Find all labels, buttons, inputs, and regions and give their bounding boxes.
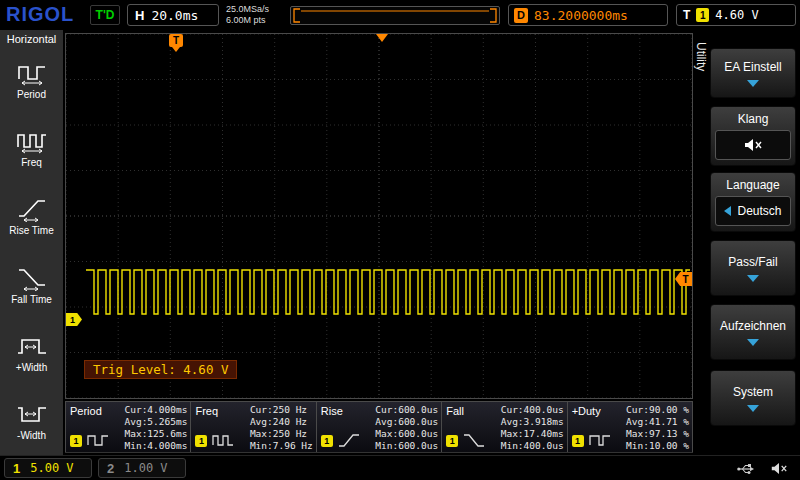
horizontal-scale-readout: H 20.0ms xyxy=(127,4,219,26)
preview-waveform-icon xyxy=(291,7,499,24)
trigger-position-flag: T xyxy=(169,34,183,47)
sidebar-item-label: Freq xyxy=(21,157,42,168)
fall-edge-icon xyxy=(462,433,486,448)
measurement-panel-freq: Freq 1 Cur:250 Hz Avg:240 Hz Max:250 Hz … xyxy=(191,402,316,452)
measurement-name: Freq xyxy=(195,405,218,417)
measurement-name: +Duty xyxy=(572,405,601,417)
channel1-waveform xyxy=(66,34,692,398)
measurement-min: Min:600.0us xyxy=(375,440,438,452)
measurement-max: Max:250 Hz xyxy=(250,428,313,440)
plus-width-icon xyxy=(16,333,48,359)
sidebar-item-label: +Width xyxy=(16,362,47,373)
delay-badge: D xyxy=(514,8,528,23)
measure-menu: Horizontal Period Freq Rise Time xyxy=(0,30,63,455)
measurement-name: Rise xyxy=(321,405,343,417)
measurement-cur: Cur:600.0us xyxy=(375,404,438,416)
channel2-scale: 1.00 V xyxy=(124,461,167,475)
measurement-values: Cur:600.0us Avg:600.0us Max:600.0us Min:… xyxy=(375,404,438,452)
chevron-left-icon xyxy=(724,206,731,216)
measurement-cur: Cur:400.0us xyxy=(501,404,564,416)
speaker-icon xyxy=(770,461,788,476)
chevron-down-icon xyxy=(747,339,759,346)
graticule: T T 1 Trig Level: 4.60 V xyxy=(65,33,693,399)
softkey-label: Klang xyxy=(738,112,769,126)
speaker-muted-icon xyxy=(743,137,763,153)
softkey-value-box xyxy=(715,130,791,160)
softkey-value-box: Deutsch xyxy=(715,196,791,226)
measurement-panel-duty: +Duty 1 Cur:90.00 % Avg:41.71 % Max:97.1… xyxy=(568,402,693,452)
square-wave-icon xyxy=(211,433,235,448)
right-menu-title: Utility xyxy=(694,42,708,71)
measurement-source: 1 xyxy=(70,433,110,448)
chevron-down-icon xyxy=(747,80,759,87)
softkey-ea-einstell[interactable]: EA Einstell xyxy=(710,48,796,98)
sidebar-item-rise-time[interactable]: Rise Time xyxy=(0,182,63,250)
measurement-values: Cur:400.0us Avg:3.918ms Max:17.40ms Min:… xyxy=(501,404,564,452)
memory-depth: 6.00M pts xyxy=(226,15,269,26)
softkey-aufzeichnen[interactable]: Aufzeichnen xyxy=(710,304,796,360)
sidebar-item-fall-time[interactable]: Fall Time xyxy=(0,251,63,319)
trigger-status-badge: T'D xyxy=(90,5,120,25)
measurement-cur: Cur:4.000ms xyxy=(124,404,187,416)
trigger-label: T xyxy=(683,8,690,22)
period-icon xyxy=(16,60,48,86)
measurement-name: Fall xyxy=(446,405,464,417)
fall-time-icon xyxy=(16,265,48,291)
softkey-value: Deutsch xyxy=(737,204,781,218)
trigger-readout: T 1 4.60 V xyxy=(676,4,796,26)
channel2-number: 2 xyxy=(107,461,114,476)
channel1-badge: 1 xyxy=(70,435,82,447)
measurement-panel-rise: Rise 1 Cur:600.0us Avg:600.0us Max:600.0… xyxy=(317,402,442,452)
channel-status-bar: 1 5.00 V 2 1.00 V xyxy=(0,455,800,480)
measurement-avg: Avg:600.0us xyxy=(375,416,438,428)
measurement-min: Min:400.0us xyxy=(501,440,564,452)
measurement-min: Min:4.000ms xyxy=(124,440,187,452)
measurement-cur: Cur:90.00 % xyxy=(626,404,689,416)
sidebar-item-label: -Width xyxy=(17,430,46,441)
sidebar-item-label: Period xyxy=(17,89,46,100)
sidebar-item-label: Fall Time xyxy=(11,294,52,305)
measurement-max: Max:125.6ms xyxy=(124,428,187,440)
freq-icon xyxy=(16,128,48,154)
measurement-max: Max:600.0us xyxy=(375,428,438,440)
channel1-badge: 1 xyxy=(195,435,207,447)
softkey-label: Aufzeichnen xyxy=(720,319,786,333)
measurement-avg: Avg:3.918ms xyxy=(501,416,564,428)
sample-rate: 25.0MSa/s xyxy=(226,4,269,15)
square-wave-icon xyxy=(86,433,110,448)
rise-time-icon xyxy=(16,196,48,222)
measurement-min: Min:7.96 Hz xyxy=(250,440,313,452)
square-wave-icon xyxy=(588,433,612,448)
sidebar-item-period[interactable]: Period xyxy=(0,46,63,114)
utility-menu: Utility EA Einstell Klang Language Deuts… xyxy=(693,30,800,455)
softkey-label: System xyxy=(733,385,773,399)
softkey-pass-fail[interactable]: Pass/Fail xyxy=(710,240,796,296)
channel2-status[interactable]: 2 1.00 V xyxy=(98,458,186,478)
measurement-values: Cur:90.00 % Avg:41.71 % Max:97.13 % Min:… xyxy=(626,404,689,452)
softkey-language[interactable]: Language Deutsch xyxy=(710,172,796,232)
chevron-down-icon xyxy=(747,275,759,282)
horizontal-value: 20.0ms xyxy=(151,8,198,23)
measurement-source: 1 xyxy=(572,433,612,448)
channel1-badge: 1 xyxy=(572,435,584,447)
channel1-number: 1 xyxy=(13,461,20,476)
channel1-status[interactable]: 1 5.00 V xyxy=(4,458,92,478)
trigger-source-badge: 1 xyxy=(696,8,709,22)
measurement-bar: Period 1 Cur:4.000ms Avg:5.265ms Max:125… xyxy=(65,401,693,453)
measurement-avg: Avg:41.71 % xyxy=(626,416,689,428)
softkey-system[interactable]: System xyxy=(710,370,796,426)
measurement-avg: Avg:5.265ms xyxy=(124,416,187,428)
trig-level-readout: Trig Level: 4.60 V xyxy=(84,360,237,379)
sidebar-item-plus-width[interactable]: +Width xyxy=(0,319,63,387)
delay-value: 83.2000000ms xyxy=(534,8,628,23)
softkey-klang[interactable]: Klang xyxy=(710,106,796,166)
softkey-label: EA Einstell xyxy=(724,60,781,74)
sidebar-item-freq[interactable]: Freq xyxy=(0,114,63,182)
measurement-min: Min:10.00 % xyxy=(626,440,689,452)
softkey-label: Language xyxy=(726,178,779,192)
measurement-name: Period xyxy=(70,405,102,417)
measurement-source: 1 xyxy=(446,433,486,448)
sidebar-item-minus-width[interactable]: -Width xyxy=(0,387,63,455)
horizontal-label: H xyxy=(135,8,144,23)
measurement-panel-fall: Fall 1 Cur:400.0us Avg:3.918ms Max:17.40… xyxy=(442,402,567,452)
